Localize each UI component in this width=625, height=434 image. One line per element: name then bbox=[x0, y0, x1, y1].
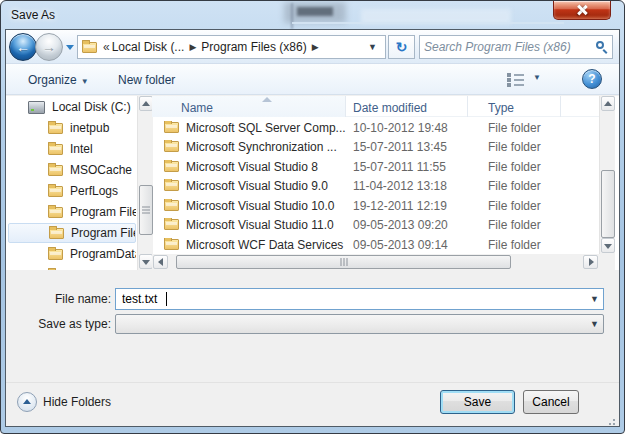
organize-button[interactable]: Organize▼ bbox=[22, 70, 95, 90]
sidebar-item-program-files[interactable]: Program Files bbox=[8, 202, 136, 222]
help-icon: ? bbox=[588, 72, 595, 86]
sort-ascending-icon bbox=[262, 97, 272, 102]
background-window-blur bbox=[297, 7, 333, 16]
list-hscrollbar-thumb[interactable] bbox=[176, 255, 511, 269]
triangle-up-icon bbox=[142, 101, 150, 106]
organize-label: Organize bbox=[28, 73, 77, 87]
scrollbar-corner bbox=[599, 254, 615, 270]
triangle-up-icon bbox=[604, 101, 612, 106]
sidebar-item-program-files-x86-selected[interactable]: Program Files bbox=[8, 223, 136, 243]
save-as-dialog: Save As ← → « Local Disk (... ▶ Program … bbox=[0, 0, 625, 434]
breadcrumb-current[interactable]: Program Files (x86) bbox=[201, 40, 306, 54]
scroll-up-button[interactable] bbox=[139, 96, 153, 111]
column-header-type[interactable]: Type bbox=[468, 96, 561, 117]
new-folder-button[interactable]: New folder bbox=[112, 70, 181, 90]
sidebar-item-programdata[interactable]: ProgramData bbox=[8, 244, 136, 264]
file-list-header: Name Date modified Type bbox=[152, 96, 599, 117]
chevron-down-icon: ▼ bbox=[81, 77, 89, 86]
folder-icon bbox=[49, 228, 64, 239]
window-title: Save As bbox=[11, 8, 55, 22]
list-vertical-scrollbar[interactable] bbox=[599, 96, 615, 254]
folder-icon bbox=[164, 239, 179, 250]
list-horizontal-scrollbar[interactable] bbox=[152, 254, 599, 270]
column-header-date-modified[interactable]: Date modified bbox=[346, 96, 468, 117]
file-name-combobox[interactable]: ▼ bbox=[115, 288, 604, 310]
address-dropdown-icon[interactable]: ▼ bbox=[364, 42, 381, 52]
table-row[interactable]: Microsoft SQL Server Comp... 10-10-2012 … bbox=[152, 118, 599, 137]
sidebar-item-intel[interactable]: Intel bbox=[8, 139, 136, 159]
chevron-down-icon[interactable]: ▼ bbox=[590, 289, 599, 309]
save-as-type-combobox[interactable]: ▼ bbox=[115, 314, 604, 334]
file-name-input[interactable] bbox=[116, 289, 584, 309]
breadcrumb-root[interactable]: Local Disk (... bbox=[112, 40, 185, 54]
forward-button[interactable]: → bbox=[35, 33, 63, 61]
save-as-type-label: Save as type: bbox=[6, 313, 111, 335]
text-caret bbox=[166, 292, 167, 306]
column-header-name[interactable]: Name bbox=[152, 96, 346, 117]
folder-icon bbox=[48, 207, 63, 218]
list-vscrollbar-thumb[interactable] bbox=[601, 170, 615, 238]
search-input[interactable] bbox=[422, 38, 588, 56]
help-button[interactable]: ? bbox=[582, 69, 602, 89]
forward-icon: → bbox=[42, 39, 56, 55]
collapse-up-icon bbox=[17, 392, 37, 412]
tree-scrollbar[interactable] bbox=[137, 96, 153, 270]
change-view-button[interactable]: ▼ bbox=[503, 70, 543, 90]
background-window-line bbox=[292, 22, 564, 24]
folder-icon bbox=[164, 180, 179, 191]
resize-grip[interactable] bbox=[606, 416, 615, 425]
back-button[interactable]: ← bbox=[9, 33, 37, 61]
sidebar-item-inetpub[interactable]: inetpub bbox=[8, 118, 136, 138]
sidebar-item-local-disk[interactable]: Local Disk (C:) bbox=[8, 97, 136, 117]
chevron-right-icon[interactable]: ▶ bbox=[189, 42, 196, 52]
sidebar-item-raidtool[interactable]: RaidTool bbox=[8, 265, 136, 270]
grip-icon bbox=[142, 210, 150, 211]
table-row[interactable]: Microsoft Visual Studio 8 15-07-2011 11:… bbox=[152, 157, 599, 176]
search-box[interactable] bbox=[419, 35, 613, 59]
file-name-label: File name: bbox=[6, 288, 111, 310]
recent-locations-chevron-icon[interactable] bbox=[66, 45, 74, 50]
folder-icon bbox=[164, 161, 179, 172]
sidebar-item-msocache[interactable]: MSOCache bbox=[8, 160, 136, 180]
table-row[interactable]: Microsoft WCF Data Services 09-05-2013 0… bbox=[152, 235, 599, 254]
cancel-button[interactable]: Cancel bbox=[523, 390, 579, 414]
search-icon[interactable] bbox=[596, 41, 604, 49]
refresh-button[interactable]: ↻ bbox=[388, 35, 415, 59]
drive-icon bbox=[28, 101, 45, 114]
background-window-edge bbox=[291, 3, 293, 29]
address-bar[interactable]: « Local Disk (... ▶ Program Files (x86) … bbox=[77, 35, 386, 59]
breadcrumb-overflow-chevron[interactable]: « bbox=[103, 40, 110, 54]
folder-icon bbox=[48, 270, 63, 271]
scroll-down-button[interactable] bbox=[139, 254, 153, 269]
triangle-down-icon bbox=[604, 244, 612, 249]
table-row[interactable]: Microsoft Visual Studio 10.0 19-12-2011 … bbox=[152, 196, 599, 215]
chevron-down-icon[interactable]: ▼ bbox=[590, 314, 599, 334]
sidebar-item-perflogs[interactable]: PerfLogs bbox=[8, 181, 136, 201]
close-icon bbox=[577, 5, 587, 15]
tree-scrollbar-thumb[interactable] bbox=[139, 185, 153, 235]
views-icon bbox=[507, 73, 511, 77]
table-row[interactable]: Microsoft Synchronization ... 15-07-2011… bbox=[152, 137, 599, 156]
scroll-right-button[interactable] bbox=[583, 255, 598, 269]
grip-icon bbox=[343, 258, 344, 266]
close-button[interactable] bbox=[553, 1, 611, 20]
folder-icon bbox=[48, 186, 63, 197]
chevron-down-icon: ▼ bbox=[533, 73, 541, 82]
hide-folders-button[interactable]: Hide Folders bbox=[17, 390, 111, 414]
scroll-up-button[interactable] bbox=[601, 96, 615, 111]
chevron-right-icon[interactable]: ▶ bbox=[312, 42, 319, 52]
browse-pane: Local Disk (C:) inetpub Intel MSOCache P… bbox=[6, 96, 619, 270]
title-bar[interactable]: Save As bbox=[1, 1, 624, 29]
scroll-left-button[interactable] bbox=[153, 255, 168, 269]
folder-icon bbox=[164, 141, 179, 152]
scroll-down-button[interactable] bbox=[601, 238, 615, 253]
triangle-left-icon bbox=[158, 258, 163, 266]
folder-icon bbox=[48, 123, 63, 134]
folder-icon bbox=[164, 200, 179, 211]
table-row[interactable]: Microsoft Visual Studio 11.0 09-05-2013 … bbox=[152, 215, 599, 234]
folder-icon bbox=[48, 249, 63, 260]
table-row[interactable]: Microsoft Visual Studio 9.0 11-04-2012 1… bbox=[152, 176, 599, 195]
dialog-client-area: ← → « Local Disk (... ▶ Program Files (x… bbox=[5, 29, 620, 427]
folder-tree: Local Disk (C:) inetpub Intel MSOCache P… bbox=[6, 96, 137, 270]
save-button[interactable]: Save bbox=[440, 390, 515, 414]
